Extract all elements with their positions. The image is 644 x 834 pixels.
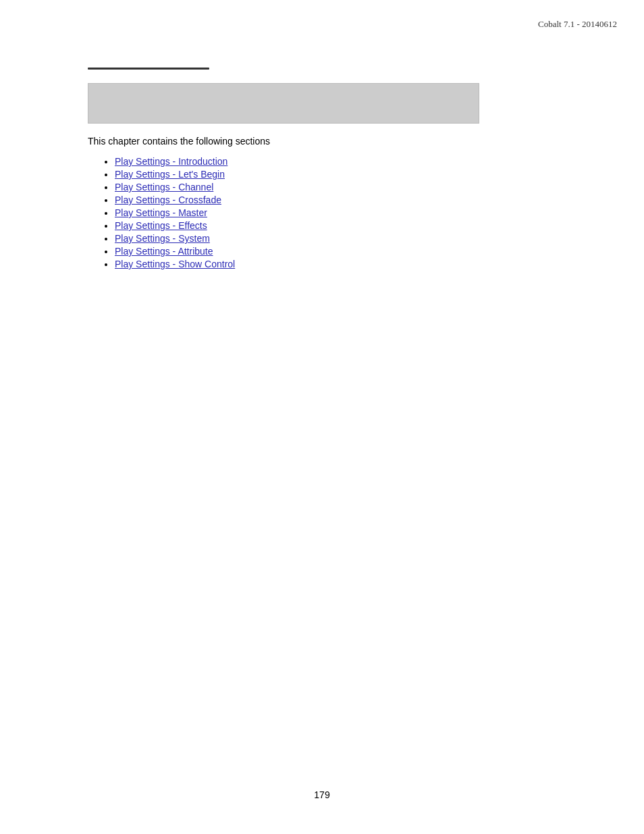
- toc-link-master[interactable]: Play Settings - Master: [115, 207, 207, 218]
- toc-link-crossfade[interactable]: Play Settings - Crossfade: [115, 194, 221, 205]
- toc-item-channel[interactable]: Play Settings - Channel: [115, 182, 556, 192]
- chapter-title-decoration: [88, 68, 209, 70]
- toc-link-system[interactable]: Play Settings - System: [115, 233, 210, 244]
- chapter-intro-text: This chapter contains the following sect…: [88, 136, 556, 147]
- page-number: 179: [314, 789, 329, 800]
- toc-link-attribute[interactable]: Play Settings - Attribute: [115, 246, 213, 257]
- toc-item-effects[interactable]: Play Settings - Effects: [115, 220, 556, 231]
- toc-item-show-control[interactable]: Play Settings - Show Control: [115, 259, 556, 269]
- toc-list: Play Settings - Introduction Play Settin…: [88, 156, 556, 269]
- page-version-header: Cobalt 7.1 - 20140612: [538, 19, 617, 30]
- toc-link-show-control[interactable]: Play Settings - Show Control: [115, 259, 235, 269]
- toc-item-master[interactable]: Play Settings - Master: [115, 207, 556, 218]
- main-content: This chapter contains the following sect…: [88, 0, 556, 269]
- toc-item-introduction[interactable]: Play Settings - Introduction: [115, 156, 556, 167]
- toc-link-effects[interactable]: Play Settings - Effects: [115, 220, 207, 231]
- toc-item-attribute[interactable]: Play Settings - Attribute: [115, 246, 556, 257]
- chapter-banner-image: [88, 83, 479, 124]
- toc-item-system[interactable]: Play Settings - System: [115, 233, 556, 244]
- toc-link-lets-begin[interactable]: Play Settings - Let's Begin: [115, 169, 225, 180]
- toc-item-crossfade[interactable]: Play Settings - Crossfade: [115, 194, 556, 205]
- toc-link-introduction[interactable]: Play Settings - Introduction: [115, 156, 227, 167]
- toc-link-channel[interactable]: Play Settings - Channel: [115, 182, 213, 192]
- toc-item-lets-begin[interactable]: Play Settings - Let's Begin: [115, 169, 556, 180]
